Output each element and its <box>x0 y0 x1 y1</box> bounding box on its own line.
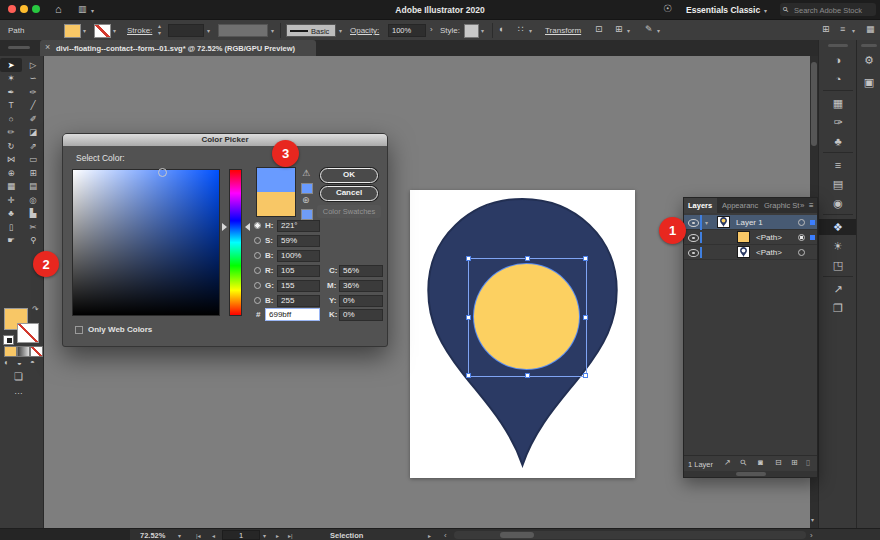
s-value[interactable]: 59% <box>277 235 320 247</box>
expand-layer-icon[interactable]: ▾ <box>705 219 708 226</box>
shape-builder-tool[interactable]: ⊕ <box>0 166 22 180</box>
bar-menu-dropdown-icon[interactable]: ▾ <box>852 27 855 34</box>
layer-name[interactable]: <Path> <box>756 248 782 257</box>
direct-selection-tool[interactable]: ▷ <box>22 58 44 72</box>
transform-link[interactable]: Transform <box>545 26 581 35</box>
color-icon[interactable]: ◑ <box>819 52 857 68</box>
first-artboard-icon[interactable]: |◂ <box>196 532 201 539</box>
type-tool[interactable]: T <box>0 99 22 113</box>
magic-wand-tool[interactable]: ✶ <box>0 72 22 86</box>
locate-object-icon[interactable]: ⚲ <box>739 458 749 468</box>
y-value[interactable]: 0% <box>339 295 383 307</box>
eraser-tool[interactable]: ◪ <box>22 126 44 140</box>
hex-input[interactable]: 699bff <box>265 308 320 321</box>
target-icon[interactable] <box>798 249 805 256</box>
rotate-tool[interactable]: ↻ <box>0 139 22 153</box>
document-tab[interactable]: × divi--floating--contact--form--01.svg*… <box>40 40 316 56</box>
last-artboard-icon[interactable]: ▸| <box>288 532 293 539</box>
gradient-icon[interactable]: ▤ <box>819 176 857 192</box>
b2-value[interactable]: 255 <box>277 295 320 307</box>
horizontal-scrollbar[interactable] <box>454 531 806 539</box>
effects-icon[interactable]: ✎ <box>645 25 653 34</box>
default-colors-icon[interactable] <box>3 335 14 345</box>
prev-artboard-icon[interactable]: ◂ <box>212 532 215 539</box>
transparency-icon[interactable]: ◉ <box>819 195 857 211</box>
snap-grid-icon[interactable]: ∷ <box>518 25 524 34</box>
layers-icon[interactable]: ❖ <box>819 219 857 235</box>
panel-list-icon[interactable]: ▦ <box>866 25 875 34</box>
selection-handle[interactable] <box>583 373 588 378</box>
hand-tool[interactable]: ☛ <box>0 234 22 248</box>
status-expand-icon[interactable]: ▸ <box>428 532 431 539</box>
layer-thumbnail[interactable] <box>737 246 750 258</box>
g-value[interactable]: 155 <box>277 280 320 292</box>
eyedropper-tool[interactable]: ✛ <box>0 193 22 207</box>
export-icon[interactable]: ↗ <box>819 281 857 297</box>
delete-layer-icon[interactable]: ▯ <box>806 459 810 467</box>
stroke-swatch[interactable] <box>94 24 111 38</box>
scroll-right-icon[interactable]: › <box>810 531 813 540</box>
k-value[interactable]: 0% <box>339 309 383 321</box>
hue-marker-right[interactable] <box>245 223 250 231</box>
appearance-icon[interactable]: ☀ <box>819 238 857 254</box>
tab-layers[interactable]: Layers <box>684 198 717 213</box>
close-tab-icon[interactable]: × <box>45 43 50 52</box>
swatches-icon[interactable]: ▦ <box>819 95 857 111</box>
zoom-level[interactable]: 72.52% <box>140 531 165 540</box>
expand-panel-icon[interactable]: ⊞ <box>822 25 830 34</box>
bounding-box-icon[interactable]: ⊡ <box>595 25 603 34</box>
swap-fill-stroke-icon[interactable]: ↷ <box>32 306 39 314</box>
color-field-marker[interactable] <box>158 168 167 177</box>
stroke-stepper-up-icon[interactable]: ▴ <box>158 22 161 29</box>
horizontal-scrollbar-thumb[interactable] <box>500 532 534 538</box>
fill-swatch[interactable] <box>64 24 81 38</box>
hue-marker-left[interactable] <box>222 223 227 231</box>
m-value[interactable]: 36% <box>339 280 383 292</box>
layer-name[interactable]: <Path> <box>756 233 782 242</box>
artboard[interactable] <box>410 190 635 478</box>
effects-dropdown-icon[interactable]: ▾ <box>657 27 660 34</box>
layer-thumbnail[interactable] <box>737 231 750 243</box>
layer-thumbnail[interactable] <box>717 216 730 228</box>
workspace-dropdown-icon[interactable]: ▾ <box>764 7 767 14</box>
tab-graphic-styles[interactable]: Graphic St <box>764 201 799 210</box>
pencil-tool[interactable]: ✏ <box>0 126 22 140</box>
selection-handle[interactable] <box>466 315 471 320</box>
clipping-mask-icon[interactable]: ◙ <box>758 459 763 467</box>
artboard-dropdown-icon[interactable]: ▾ <box>263 532 266 539</box>
radio-b[interactable] <box>254 252 261 259</box>
layers-panel-scrollbar[interactable] <box>684 471 817 477</box>
layer-row[interactable]: <Path> <box>684 230 817 245</box>
gradient-mode-button[interactable] <box>17 346 30 357</box>
style-dropdown-icon[interactable]: ▾ <box>481 27 484 34</box>
width-tool[interactable]: ⋈ <box>0 153 22 167</box>
color-guide-icon[interactable]: ◔ <box>819 71 857 87</box>
artboards-icon[interactable]: ❐ <box>819 300 857 316</box>
radio-g[interactable] <box>254 282 261 289</box>
stroke-stepper-down-icon[interactable]: ▾ <box>158 29 161 36</box>
draw-normal-icon[interactable]: ◐ <box>4 359 9 367</box>
selection-handle[interactable] <box>466 256 471 261</box>
fill-dropdown-icon[interactable]: ▾ <box>83 27 86 34</box>
brush-dropdown[interactable]: Basic <box>286 24 336 37</box>
b-value[interactable]: 100% <box>277 250 320 262</box>
blend-tool[interactable]: ◎ <box>22 193 44 207</box>
slice-tool[interactable]: ✂ <box>22 220 44 234</box>
selected-art-indicator[interactable] <box>810 220 815 225</box>
lightbulb-icon[interactable]: ☉ <box>663 4 672 14</box>
layer-row[interactable]: ▾ Layer 1 <box>684 215 817 230</box>
width-profile-dropdown-icon[interactable]: ▾ <box>271 27 274 34</box>
radio-r[interactable] <box>254 267 261 274</box>
perspective-grid-tool[interactable]: ⊞ <box>22 166 44 180</box>
toolbar-more-icon[interactable]: … <box>14 387 23 396</box>
opacity-value[interactable]: 100% <box>388 24 426 37</box>
stroke-dropdown-icon[interactable]: ▾ <box>113 27 116 34</box>
panel-menu-icon[interactable]: ≡ <box>809 201 814 210</box>
scroll-left-icon[interactable]: ‹ <box>444 531 447 540</box>
collect-export-icon[interactable]: ↗ <box>724 459 731 467</box>
snap-grid-dropdown-icon[interactable]: ▾ <box>529 27 532 34</box>
toolbar-grabber[interactable] <box>8 46 30 49</box>
align-icon[interactable]: ⊞ <box>615 25 623 34</box>
draw-behind-icon[interactable]: ◒ <box>17 359 22 367</box>
selection-handle[interactable] <box>525 256 530 261</box>
